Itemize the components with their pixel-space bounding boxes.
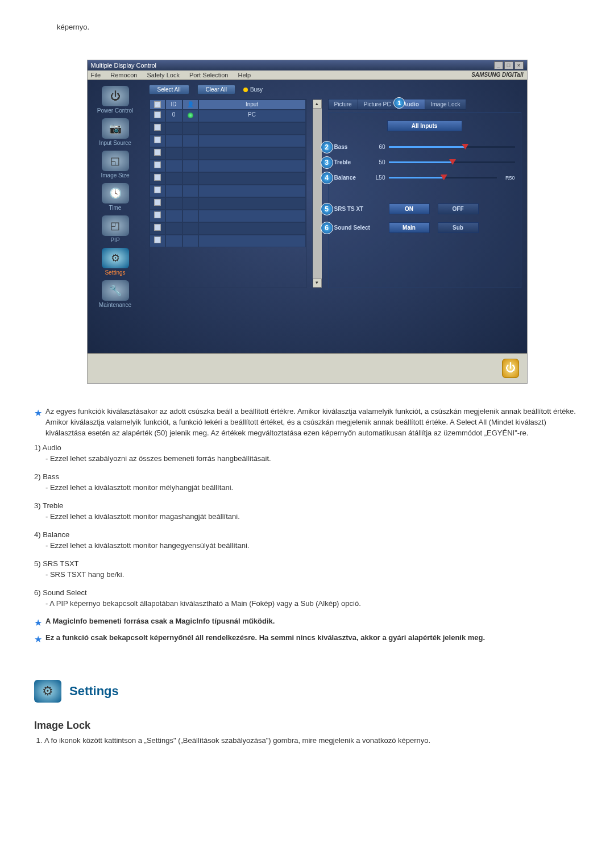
marker-4: 4 bbox=[321, 172, 333, 184]
standby-icon[interactable]: ⏻ bbox=[502, 359, 519, 378]
table-row[interactable] bbox=[150, 222, 306, 235]
sidebar-item-input-source[interactable]: 📷 Input Source bbox=[90, 118, 141, 146]
marker-3: 3 bbox=[321, 156, 333, 169]
sidebar-item-time[interactable]: 🕓 Time bbox=[90, 183, 141, 211]
table-row[interactable] bbox=[150, 172, 306, 185]
menu-help[interactable]: Help bbox=[238, 72, 251, 78]
balance-slider[interactable] bbox=[389, 177, 497, 178]
grid-header-status: 👤 bbox=[182, 99, 198, 110]
menu-bar: File Remocon Safety Lock Port Selection … bbox=[88, 70, 527, 80]
minimize-icon[interactable]: _ bbox=[494, 61, 503, 69]
pip-icon: ◰ bbox=[102, 215, 129, 236]
maintenance-icon: 🔧 bbox=[102, 280, 129, 301]
bass-slider-row: 2 Bass 60 bbox=[334, 144, 515, 150]
list-item-3: 3) Treble - Ezzel lehet a kiválasztott m… bbox=[34, 500, 580, 522]
tab-audio[interactable]: 1 Audio bbox=[396, 99, 425, 110]
table-row[interactable] bbox=[150, 197, 306, 210]
busy-indicator: Busy bbox=[243, 86, 263, 93]
menu-remocon[interactable]: Remocon bbox=[110, 72, 137, 78]
bass-slider[interactable] bbox=[389, 146, 515, 148]
star-icon: ★ bbox=[34, 633, 42, 646]
close-icon[interactable]: × bbox=[515, 61, 524, 69]
balance-slider-row: 4 Balance L50 R50 bbox=[334, 175, 515, 181]
list-item-4: 4) Balance - Ezzel lehet a kiválasztott … bbox=[34, 529, 580, 551]
sidebar-item-settings[interactable]: ⚙ Settings bbox=[90, 248, 141, 276]
sound-select-row: 6 Sound Select Main Sub bbox=[334, 222, 515, 233]
tab-image-lock[interactable]: Image Lock bbox=[425, 99, 467, 110]
table-row[interactable] bbox=[150, 210, 306, 222]
display-grid: ✓ ID 👤 Input ✓ 0 PC bbox=[149, 99, 306, 288]
scroll-up-icon[interactable]: ▴ bbox=[313, 99, 322, 109]
list-item-5: 5) SRS TSXT - SRS TSXT hang be/ki. bbox=[34, 558, 580, 580]
scroll-down-icon[interactable]: ▾ bbox=[313, 279, 322, 288]
table-row[interactable] bbox=[150, 122, 306, 135]
status-dot-icon bbox=[188, 113, 193, 118]
srs-on-button[interactable]: ON bbox=[389, 203, 430, 214]
audio-panel: All Inputs 2 Bass 60 bbox=[328, 112, 521, 288]
image-size-icon: ◱ bbox=[102, 151, 129, 171]
srs-off-button[interactable]: OFF bbox=[438, 203, 479, 214]
tab-picture[interactable]: Picture bbox=[328, 99, 358, 110]
sound-main-button[interactable]: Main bbox=[389, 222, 430, 233]
sidebar-item-maintenance[interactable]: 🔧 Maintenance bbox=[90, 280, 141, 308]
busy-dot-icon bbox=[243, 88, 248, 92]
input-source-icon: 📷 bbox=[102, 118, 129, 139]
list-item-1: 1) Audio - Ezzel lehet szabályozni az ös… bbox=[34, 442, 580, 464]
table-row[interactable] bbox=[150, 235, 306, 247]
settings-header-icon: ⚙ bbox=[34, 680, 61, 703]
marker-2: 2 bbox=[321, 141, 333, 153]
note-2: A MagicInfo bemeneti forrása csak a Magi… bbox=[45, 616, 580, 629]
table-row[interactable] bbox=[150, 135, 306, 147]
menu-port-selection[interactable]: Port Selection bbox=[189, 72, 228, 78]
list-item-6: 6) Sound Select - A PIP képernyo bekapcs… bbox=[34, 587, 580, 609]
marker-6: 6 bbox=[321, 222, 333, 234]
table-row[interactable]: ✓ 0 PC bbox=[150, 110, 306, 122]
marker-5: 5 bbox=[321, 203, 333, 215]
menu-safety-lock[interactable]: Safety Lock bbox=[147, 72, 179, 78]
power-icon: ⏻ bbox=[102, 86, 129, 106]
maximize-icon[interactable]: □ bbox=[504, 61, 513, 69]
select-all-button[interactable]: Select All bbox=[149, 85, 189, 94]
app-footer: ⏻ bbox=[88, 353, 527, 383]
list-item-2: 2) Bass - Ezzel lehet a kiválasztott mon… bbox=[34, 471, 580, 493]
star-icon: ★ bbox=[34, 406, 42, 439]
brand-label: SAMSUNG DIGITall bbox=[471, 72, 523, 78]
tab-picture-pc[interactable]: Picture PC bbox=[358, 99, 397, 110]
window-title: Multiple Display Control bbox=[91, 62, 157, 69]
grid-header-check[interactable]: ✓ bbox=[150, 99, 165, 110]
sidebar-item-power[interactable]: ⏻ Power Control bbox=[90, 86, 141, 114]
steps-list: A fo ikonok között kattintson a „Setting… bbox=[34, 735, 580, 746]
time-icon: 🕓 bbox=[102, 183, 129, 203]
table-row[interactable] bbox=[150, 147, 306, 160]
sidebar: ⏻ Power Control 📷 Input Source ◱ Image S… bbox=[88, 80, 143, 353]
treble-slider-row: 3 Treble 50 bbox=[334, 159, 515, 165]
settings-icon: ⚙ bbox=[102, 248, 129, 268]
sidebar-item-pip[interactable]: ◰ PIP bbox=[90, 215, 141, 243]
title-bar: Multiple Display Control _ □ × bbox=[88, 60, 527, 70]
sound-sub-button[interactable]: Sub bbox=[438, 222, 479, 233]
grid-scrollbar[interactable]: ▴ ▾ bbox=[312, 99, 322, 288]
intro-text: képernyo. bbox=[57, 23, 580, 31]
note-3: Ez a funkció csak bekapcsolt képernyőnél… bbox=[45, 633, 580, 646]
sidebar-item-image-size[interactable]: ◱ Image Size bbox=[90, 151, 141, 178]
srs-row: 5 SRS TS XT ON OFF bbox=[334, 203, 515, 214]
star-icon: ★ bbox=[34, 616, 42, 629]
table-row[interactable] bbox=[150, 185, 306, 197]
all-inputs-button[interactable]: All Inputs bbox=[387, 121, 462, 131]
note-1: Az egyes funkciók kiválasztásakor az ado… bbox=[45, 406, 580, 439]
app-screenshot: Multiple Display Control _ □ × File Remo… bbox=[87, 60, 528, 384]
grid-header-input: Input bbox=[198, 99, 306, 110]
step-1: A fo ikonok között kattintson a „Setting… bbox=[44, 735, 580, 746]
image-lock-heading: Image Lock bbox=[34, 720, 580, 732]
treble-slider[interactable] bbox=[389, 161, 515, 163]
table-row[interactable] bbox=[150, 160, 306, 172]
settings-section-header: ⚙ Settings bbox=[34, 680, 580, 703]
settings-heading: Settings bbox=[69, 684, 119, 699]
menu-file[interactable]: File bbox=[91, 72, 101, 78]
grid-header-id: ID bbox=[165, 99, 182, 110]
clear-all-button[interactable]: Clear All bbox=[197, 85, 235, 94]
